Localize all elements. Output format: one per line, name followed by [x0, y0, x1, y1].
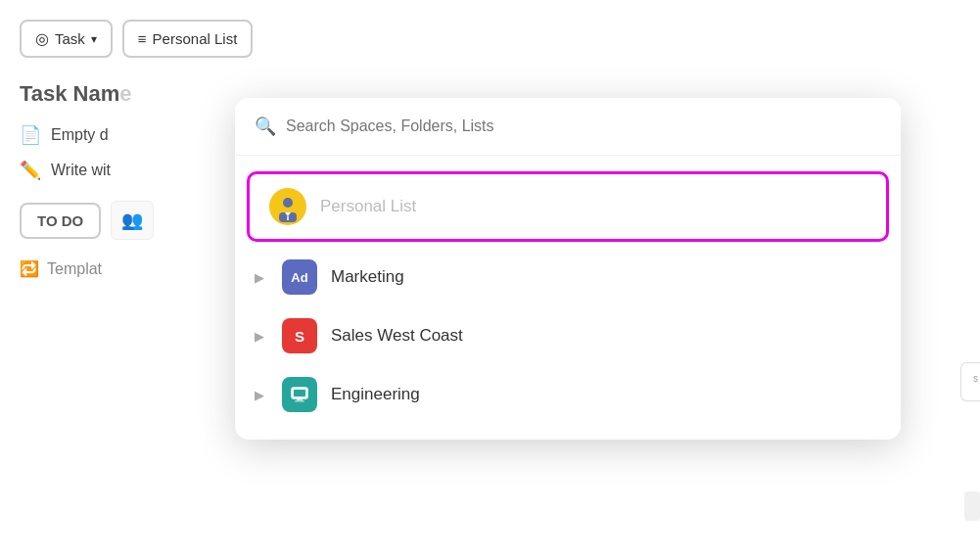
todo-badge: TO DO: [20, 203, 101, 239]
bottom-edge-element: [964, 491, 980, 521]
avatar: [269, 188, 306, 225]
svg-point-1: [283, 198, 293, 208]
task-button[interactable]: ◎ Task ▾: [20, 20, 113, 58]
task-icon: ◎: [35, 29, 49, 48]
search-input[interactable]: [286, 117, 881, 135]
task-row-1-text: Empty d: [51, 126, 109, 144]
marketing-label: Marketing: [331, 267, 404, 287]
chevron-down-icon: ▾: [91, 32, 97, 46]
chevron-right-icon: ▶: [255, 270, 264, 285]
svg-rect-8: [297, 398, 303, 400]
personal-list-label: Personal List: [153, 30, 238, 47]
personal-list-item-label: Personal List: [320, 197, 416, 216]
folder-item-engineering[interactable]: ▶ Engineering: [235, 365, 901, 424]
dropdown-panel: 🔍 Personal List ▶ Ad: [235, 98, 901, 440]
chevron-right-icon: ▶: [255, 329, 264, 344]
engineering-label: Engineering: [331, 385, 420, 404]
template-text: Templat: [47, 260, 102, 278]
chevron-right-icon: ▶: [255, 388, 264, 402]
assignee-button[interactable]: 👥: [111, 201, 154, 240]
sales-label: Sales West Coast: [331, 326, 463, 346]
svg-rect-9: [295, 400, 304, 402]
sales-icon: S: [282, 318, 317, 353]
engineering-icon: [282, 377, 317, 412]
task-label: Task: [55, 30, 85, 47]
dropdown-list: Personal List ▶ Ad Marketing ▶ S Sales W…: [235, 156, 901, 440]
toolbar: ◎ Task ▾ ≡ Personal List: [20, 20, 960, 58]
search-box: 🔍: [235, 98, 901, 156]
marketing-icon: Ad: [282, 259, 317, 295]
folder-item-sales[interactable]: ▶ S Sales West Coast: [235, 306, 901, 365]
personal-list-button[interactable]: ≡ Personal List: [122, 20, 253, 58]
list-icon: ≡: [138, 30, 147, 47]
pen-icon: ✏️: [20, 160, 41, 181]
svg-rect-7: [294, 390, 305, 397]
personal-list-item[interactable]: Personal List: [247, 171, 889, 242]
task-row-2-text: Write wit: [51, 162, 111, 179]
right-edge-element: s: [960, 362, 980, 401]
search-icon: 🔍: [255, 116, 276, 137]
folder-item-marketing[interactable]: ▶ Ad Marketing: [235, 248, 901, 306]
doc-icon: 📄: [20, 124, 41, 146]
template-icon: 🔁: [20, 259, 39, 278]
